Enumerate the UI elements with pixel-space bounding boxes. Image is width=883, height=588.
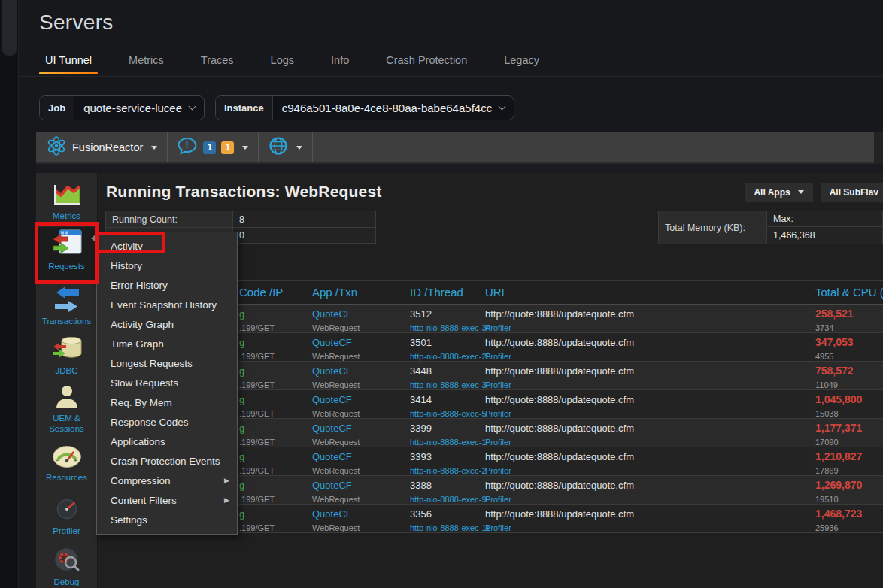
cell-app-txn: QuoteCFWebRequest [312,390,410,420]
cell-code-ip: g.199/GET [239,333,312,362]
cell-id-thread: 3501http-nio-8888-exec-25 [410,333,485,362]
app-link[interactable]: QuoteCF [312,394,352,405]
cell-total-cpu: 347,0534955 [815,333,883,362]
sidebar-item-requests[interactable]: Requests [36,227,97,284]
app-link[interactable]: QuoteCF [312,337,352,348]
sidebar-item-uem-sessions[interactable]: UEM &Sessions [36,382,97,444]
cell-id-thread: 3512http-nio-8888-exec-34 [410,305,485,334]
menu-callout-arrow [91,235,96,242]
thread-link[interactable]: http-nio-8888-exec-34 [410,323,491,332]
profiler-link[interactable]: Profiler [485,352,511,361]
code-ip-fragment: .199/GET [239,352,275,361]
profiler-link[interactable]: Profiler [485,438,511,447]
thread-link[interactable]: http-nio-8888-exec-9 [410,495,487,504]
thread-link[interactable]: http-nio-8888-exec-11 [410,523,490,532]
sidebar-item-jdbc[interactable]: JDBC [36,334,97,380]
column-header-url[interactable]: URL [485,281,815,304]
menu-item-req-by-mem[interactable]: Req. By Mem [97,393,237,412]
cell-code-ip: g.199/GET [239,447,312,477]
column-header-code-ip[interactable]: Code /IP [239,281,312,304]
thread-link[interactable]: http-nio-8888-exec-1 [410,438,487,447]
cell-url: http://quote:8888/updatequote.cfmProfile… [485,362,815,391]
sidebar-item-transactions[interactable]: Transactions [36,284,97,331]
profiler-link[interactable]: Profiler [485,409,511,418]
caret-down-icon [798,190,804,194]
all-apps-button[interactable]: All Apps [745,183,812,202]
txn-type: WebRequest [312,466,360,475]
instance-select[interactable]: Instance c946a501-8a0e-4ce8-80aa-babe64a… [215,95,514,120]
thread-link[interactable]: http-nio-8888-exec-5 [410,409,487,418]
menu-item-applications[interactable]: Applications [97,432,237,451]
cell-id-thread: 3388http-nio-8888-exec-9 [410,476,485,505]
locale-button[interactable] [259,132,313,162]
status-fragment: g [239,423,244,434]
profiler-link[interactable]: Profiler [485,380,511,389]
menu-item-event-snapshot-history[interactable]: Event Snapshot History [97,295,237,314]
fusionreactor-menu-button[interactable]: FusionReactor [36,132,168,162]
tab-legacy[interactable]: Legacy [498,53,545,74]
menu-item-activity[interactable]: Activity [97,236,237,256]
total-time-value: 347,053 [815,336,854,348]
transaction-id: 3501 [410,337,432,348]
request-url: http://quote:8888/updatequote.cfm [485,508,634,520]
memory-max-value: 1,466,368 [767,227,883,244]
menu-item-label: Response Codes [111,417,189,428]
job-select-value: quote-service-lucee [83,102,182,114]
menu-item-history[interactable]: History [97,256,237,275]
tab-info[interactable]: Info [325,53,355,74]
job-select[interactable]: Job quote-service-lucee [39,95,205,120]
tab-logs[interactable]: Logs [265,53,300,74]
panel-title: Running Transactions: WebRequest [106,183,382,201]
app-link[interactable]: QuoteCF [312,480,352,491]
menu-item-activity-graph[interactable]: Activity Graph [97,314,237,334]
cell-app-txn: QuoteCFWebRequest [312,419,410,448]
profiler-link[interactable]: Profiler [485,466,511,475]
tab-ui-tunnel[interactable]: UI Tunnel [39,53,98,74]
menu-item-label: Settings [111,514,147,526]
menu-item-error-history[interactable]: Error History [97,275,237,295]
menu-item-label: Time Graph [111,338,164,350]
cell-total-cpu: 1,045,80015038 [815,390,883,420]
cell-total-cpu: 1,468,72325936 [815,505,883,534]
cell-code-ip: g.199/GET [239,305,312,334]
app-link[interactable]: QuoteCF [312,508,352,520]
menu-item-compression[interactable]: Compression▶ [97,471,237,490]
menu-item-settings[interactable]: Settings [97,510,237,529]
menu-item-longest-requests[interactable]: Longest Requests [97,353,237,373]
notification-badge-orange: 1 [221,141,234,154]
menu-item-slow-requests[interactable]: Slow Requests [97,373,237,393]
app-link[interactable]: QuoteCF [312,451,352,462]
all-subflavors-button[interactable]: All SubFlav [821,183,883,202]
column-header-id-thread[interactable]: ID /Thread [410,281,485,304]
tab-crash-protection[interactable]: Crash Protection [380,53,473,74]
status-fragment: g [239,337,244,348]
sidebar-item-resources[interactable]: EFResources [36,444,97,493]
profiler-link[interactable]: Profiler [485,523,511,532]
app-link[interactable]: QuoteCF [312,423,352,434]
column-header-app-txn[interactable]: App /Txn [312,281,410,304]
thread-link[interactable]: http-nio-8888-exec-25 [410,352,491,361]
sidebar-item-metrics[interactable]: Metrics [36,180,97,226]
menu-item-crash-protection-events[interactable]: Crash Protection Events [97,451,237,471]
status-fragment: g [239,508,244,520]
app-link[interactable]: QuoteCF [312,308,352,320]
caret-down-icon [151,146,157,150]
tab-metrics[interactable]: Metrics [123,53,170,74]
tab-traces[interactable]: Traces [195,53,240,74]
app-link[interactable]: QuoteCF [312,365,352,377]
column-header-total-cpu-m[interactable]: Total & CPU (m [815,281,883,304]
notifications-button[interactable]: ! 1 1 [168,132,259,162]
thread-link[interactable]: http-nio-8888-exec-3 [410,380,487,389]
requests-context-menu: ActivityHistoryError HistoryEvent Snapsh… [96,232,238,535]
profiler-link[interactable]: Profiler [485,323,511,332]
menu-item-content-filters[interactable]: Content Filters▶ [97,490,237,510]
menu-item-time-graph[interactable]: Time Graph [97,334,237,353]
menu-item-response-codes[interactable]: Response Codes [97,412,237,432]
thread-link[interactable]: http-nio-8888-exec-2 [410,466,487,475]
cell-code-ip: g.199/GET [239,390,312,420]
uem-user-icon [54,383,80,412]
sidebar-item-profiler[interactable]: Profiler [36,495,97,543]
profiler-link[interactable]: Profiler [485,495,511,504]
sidebar-item-debug[interactable]: Debug [36,544,97,588]
sidebar-item-label: Profiler [36,526,97,536]
